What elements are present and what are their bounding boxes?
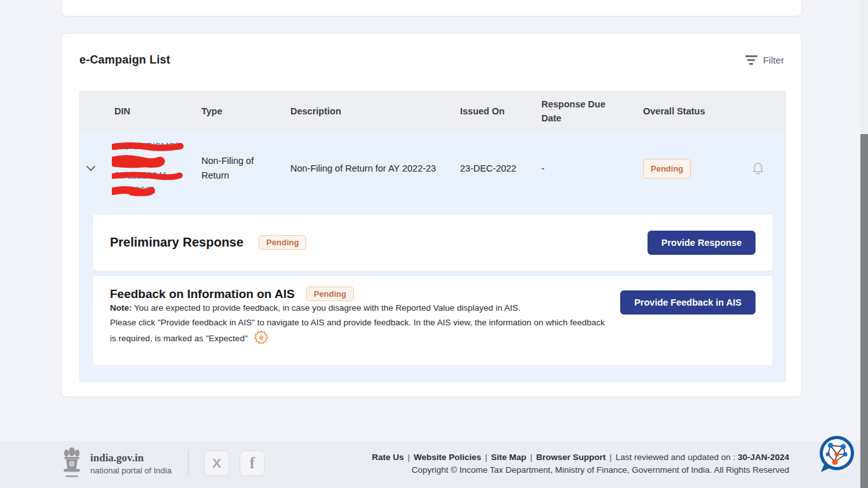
filter-icon xyxy=(745,55,757,65)
x-icon: X xyxy=(212,456,221,471)
e-campaign-card: e-Campaign List Filter DIN Type Descript… xyxy=(61,33,802,397)
website-policies-link[interactable]: Website Policies xyxy=(414,452,481,462)
filter-button[interactable]: Filter xyxy=(745,55,784,65)
rate-us-link[interactable]: Rate Us xyxy=(372,452,403,462)
description-cell: Non-Filing of Return for AY 2022-23 xyxy=(290,161,460,176)
scrollbar-thumb[interactable] xyxy=(860,134,868,488)
ais-feedback-status-badge: Pending xyxy=(306,287,354,301)
header-description: Description xyxy=(290,104,460,118)
issued-on-cell: 23-DEC-2022 xyxy=(460,161,541,176)
expected-marker-icon: e xyxy=(254,330,269,345)
bell-icon xyxy=(752,161,764,175)
preliminary-response-title: Preliminary Response xyxy=(110,235,243,250)
response-due-cell: - xyxy=(541,161,643,176)
ais-feedback-title: Feedback on Information on AIS xyxy=(110,287,295,301)
header-type: Type xyxy=(201,104,290,118)
type-cell: Non-Filing of Return xyxy=(201,154,290,183)
twitter-x-button[interactable]: X xyxy=(204,451,229,476)
page-title: e-Campaign List xyxy=(79,53,170,67)
footer: india.gov.in national portal of India X … xyxy=(0,441,868,488)
last-reviewed-date: 30-JAN-2024 xyxy=(738,452,789,462)
note-line2: Please click "Provide feedback in AIS" t… xyxy=(110,316,612,330)
filter-label: Filter xyxy=(763,55,784,65)
facebook-icon: f xyxy=(250,454,255,472)
header-issued-on: Issued On xyxy=(460,104,541,118)
din-cell: INSIGHT/CMP/ C2 23/11223341 84798001 xyxy=(114,139,201,198)
copyright-text: Copyright © Income Tax Department, Minis… xyxy=(372,464,789,477)
india-emblem-icon xyxy=(61,446,83,480)
status-badge: Pending xyxy=(643,159,691,179)
chat-network-icon xyxy=(817,435,855,474)
preliminary-status-badge: Pending xyxy=(259,235,306,250)
facebook-button[interactable]: f xyxy=(240,451,265,476)
note-line3: is required, is marked as "Expected" xyxy=(110,334,248,343)
notification-bell-button[interactable] xyxy=(742,161,786,175)
expanded-row-area: INSIGHT/CMP/ C2 23/11223341 84798001 xyxy=(80,131,785,381)
ais-feedback-note: Note: You are expected to provide feedba… xyxy=(110,301,612,346)
browser-support-link[interactable]: Browser Support xyxy=(536,452,606,462)
last-reviewed-text: Last reviewed and updated on : xyxy=(616,452,738,462)
india-gov-brand[interactable]: india.gov.in xyxy=(90,452,172,464)
row-expand-toggle[interactable] xyxy=(80,165,114,172)
footer-divider xyxy=(188,450,189,477)
previous-card-edge xyxy=(61,0,802,17)
provide-response-button[interactable]: Provide Response xyxy=(648,231,756,255)
footer-links-row: Rate Us|Website Policies|Site Map|Browse… xyxy=(372,451,789,464)
ais-feedback-section: Feedback on Information on AIS Pending N… xyxy=(92,275,773,366)
header-din: DIN xyxy=(114,104,201,118)
table-header-row: DIN Type Description Issued On Response … xyxy=(80,92,785,131)
din-link[interactable]: INSIGHT/CMP/ C2 23/11223341 84798001 xyxy=(114,139,191,198)
header-response-due-date: Response Due Date xyxy=(541,97,643,125)
india-gov-tagline: national portal of India xyxy=(90,466,172,475)
header-overall-status: Overall Status xyxy=(643,104,742,118)
preliminary-response-section: Preliminary Response Pending Provide Res… xyxy=(92,214,773,271)
table-row: INSIGHT/CMP/ C2 23/11223341 84798001 xyxy=(80,131,785,206)
provide-feedback-ais-button[interactable]: Provide Feedback in AIS xyxy=(620,290,756,315)
campaign-table: DIN Type Description Issued On Response … xyxy=(79,91,786,382)
footer-links-block: Rate Us|Website Policies|Site Map|Browse… xyxy=(372,451,789,477)
chevron-down-icon xyxy=(86,165,96,172)
note-line1: You are expected to provide feedback, in… xyxy=(132,303,520,313)
overall-status-cell: Pending xyxy=(643,159,742,179)
chatbot-button[interactable] xyxy=(817,435,855,474)
page: e-Campaign List Filter DIN Type Descript… xyxy=(0,0,868,488)
note-label: Note: xyxy=(110,303,132,313)
site-map-link[interactable]: Site Map xyxy=(491,452,527,462)
